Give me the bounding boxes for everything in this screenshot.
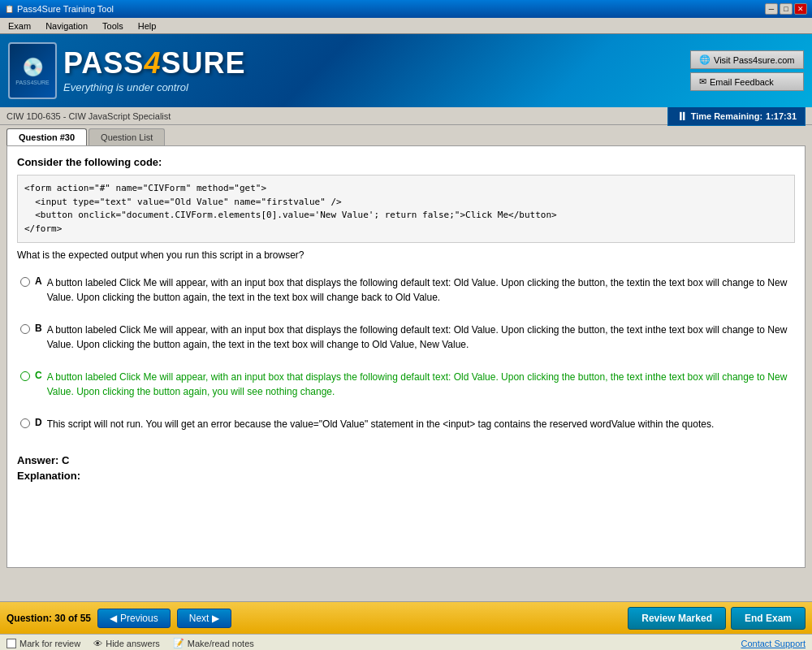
option-c-letter: C bbox=[35, 370, 42, 381]
logo-sure: SURE bbox=[161, 46, 245, 80]
menu-exam[interactable]: Exam bbox=[3, 20, 36, 32]
code-block: <form action="#" name="CIVForm" method="… bbox=[17, 175, 795, 243]
mark-review-item[interactable]: Mark for review bbox=[6, 639, 80, 648]
question-text: What is the expected output when you run… bbox=[17, 249, 795, 261]
explanation-label: Explanation: bbox=[17, 470, 795, 482]
option-a-letter: A bbox=[35, 275, 42, 287]
hide-answers-label: Hide answers bbox=[106, 639, 160, 648]
menu-help[interactable]: Help bbox=[133, 20, 162, 32]
next-button[interactable]: Next ▶ bbox=[177, 609, 232, 628]
notes-icon: 📝 bbox=[173, 638, 184, 648]
logo-four: 4 bbox=[144, 46, 161, 80]
option-d-letter: D bbox=[35, 417, 42, 428]
timer-area: ⏸ Time Remaining: 1:17:31 bbox=[667, 106, 806, 126]
question-intro: Consider the following code: bbox=[17, 156, 795, 168]
option-a: A A button labeled Click Me will appear,… bbox=[17, 272, 795, 308]
maximize-button[interactable]: □ bbox=[780, 3, 793, 15]
next-arrow-icon: ▶ bbox=[212, 613, 219, 624]
app-header: 💿 PASS4SURE PASS4SURE Everything is unde… bbox=[0, 34, 812, 107]
visit-pass4sure-button[interactable]: 🌐 Visit Pass4sure.com bbox=[690, 50, 804, 69]
breadcrumb-bar: CIW 1D0-635 - CIW JavaScript Specialist … bbox=[0, 107, 812, 125]
make-notes-item[interactable]: 📝 Make/read notes bbox=[173, 638, 254, 648]
pause-icon: ⏸ bbox=[676, 110, 688, 123]
title-bar: 📋 Pass4Sure Training Tool ─ □ ✕ bbox=[0, 0, 812, 18]
logo-tagline: Everything is under control bbox=[63, 81, 245, 93]
logo-icon: 💿 PASS4SURE bbox=[8, 42, 57, 99]
window-controls: ─ □ ✕ bbox=[765, 3, 807, 15]
option-b: B A button labeled Click Me will appear,… bbox=[17, 319, 795, 355]
menu-navigation[interactable]: Navigation bbox=[41, 20, 93, 32]
tab-question-list[interactable]: Question List bbox=[89, 128, 165, 145]
nav-bar: Question: 30 of 55 ◀ Previous Next ▶ Rev… bbox=[0, 601, 812, 634]
answer-section: Answer: C Explanation: bbox=[17, 448, 795, 482]
option-d: D This script will not run. You will get… bbox=[17, 414, 795, 435]
tab-question[interactable]: Question #30 bbox=[6, 128, 87, 145]
header-buttons: 🌐 Visit Pass4sure.com ✉ Email Feedback bbox=[690, 50, 804, 91]
footer-bar: Mark for review 👁 Hide answers 📝 Make/re… bbox=[0, 634, 812, 650]
logo-text: PASS4SURE Everything is under control bbox=[63, 49, 245, 93]
logo-pass4sure: PASS4SURE bbox=[63, 49, 245, 78]
prev-arrow-icon: ◀ bbox=[110, 613, 117, 624]
email-icon: ✉ bbox=[699, 76, 706, 87]
question-counter: Question: 30 of 55 bbox=[6, 613, 91, 624]
breadcrumb: CIW 1D0-635 - CIW JavaScript Specialist bbox=[6, 111, 171, 121]
mark-review-label: Mark for review bbox=[19, 639, 80, 648]
radio-c[interactable] bbox=[20, 371, 30, 381]
menu-bar: Exam Navigation Tools Help bbox=[0, 18, 812, 34]
minimize-button[interactable]: ─ bbox=[765, 3, 778, 15]
header-logo: 💿 PASS4SURE PASS4SURE Everything is unde… bbox=[8, 42, 245, 99]
option-c-text: A button labeled Click Me will appear, w… bbox=[47, 370, 792, 399]
window-title: Pass4Sure Training Tool bbox=[17, 4, 114, 14]
make-notes-label: Make/read notes bbox=[188, 639, 254, 648]
visit-icon: 🌐 bbox=[699, 54, 710, 65]
code-text: <form action="#" name="CIVForm" method="… bbox=[24, 182, 788, 236]
close-button[interactable]: ✕ bbox=[794, 3, 807, 15]
hide-answers-icon: 👁 bbox=[93, 639, 102, 648]
previous-button[interactable]: ◀ Previous bbox=[97, 609, 171, 628]
option-b-letter: B bbox=[35, 323, 42, 334]
radio-d[interactable] bbox=[20, 418, 30, 428]
end-exam-button[interactable]: End Exam bbox=[731, 607, 806, 630]
nav-left: Question: 30 of 55 ◀ Previous Next ▶ bbox=[6, 609, 231, 628]
review-marked-button[interactable]: Review Marked bbox=[628, 607, 726, 630]
tabs-bar: Question #30 Question List bbox=[0, 125, 812, 145]
timer-label: Time Remaining: bbox=[691, 111, 762, 121]
title-bar-left: 📋 Pass4Sure Training Tool bbox=[5, 4, 114, 14]
nav-right: Review Marked End Exam bbox=[628, 607, 806, 630]
timer-value: 1:17:31 bbox=[766, 111, 797, 121]
answer-line: Answer: C bbox=[17, 454, 795, 466]
hide-answers-item[interactable]: 👁 Hide answers bbox=[93, 639, 160, 648]
email-feedback-button[interactable]: ✉ Email Feedback bbox=[690, 72, 804, 91]
option-a-text: A button labeled Click Me will appear, w… bbox=[47, 275, 792, 305]
radio-b[interactable] bbox=[20, 324, 30, 334]
contact-support-link[interactable]: Contact Support bbox=[741, 639, 806, 648]
option-b-text: A button labeled Click Me will appear, w… bbox=[47, 323, 792, 352]
bottom-nav: Question: 30 of 55 ◀ Previous Next ▶ Rev… bbox=[0, 601, 812, 650]
main-content: Consider the following code: <form actio… bbox=[6, 145, 806, 568]
menu-tools[interactable]: Tools bbox=[97, 20, 128, 32]
radio-a[interactable] bbox=[20, 277, 30, 287]
mark-review-checkbox[interactable] bbox=[6, 639, 16, 648]
logo-pass: PASS bbox=[63, 46, 144, 80]
option-c: C A button labeled Click Me will appear,… bbox=[17, 366, 795, 402]
option-d-text: This script will not run. You will get a… bbox=[47, 417, 715, 431]
